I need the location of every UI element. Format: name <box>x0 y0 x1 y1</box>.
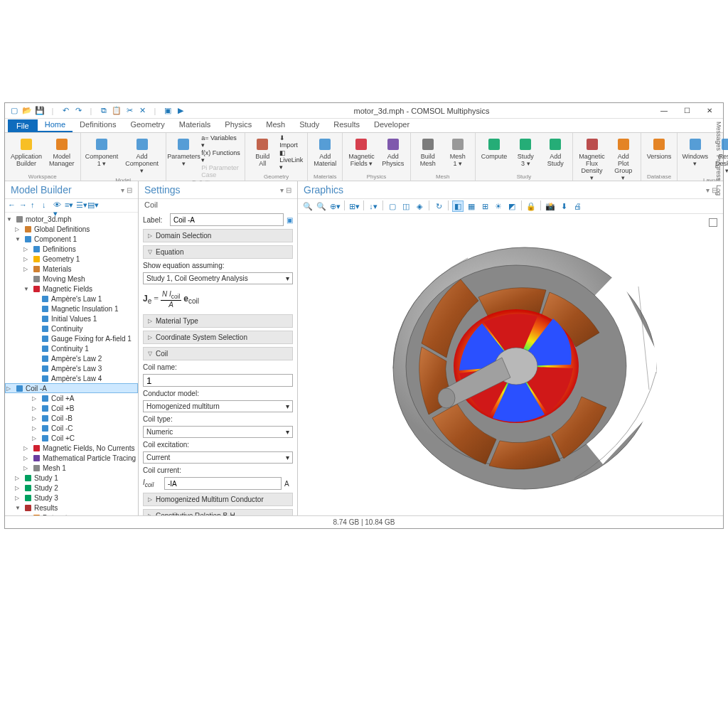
expand-icon[interactable]: ▼ <box>15 505 21 511</box>
refresh-icon[interactable]: ↻ <box>433 200 444 212</box>
ribbon-btn-add-study[interactable]: AddStudy <box>542 134 568 169</box>
tab-results[interactable]: Results <box>326 118 367 132</box>
expand-icon[interactable]: ▷ <box>23 266 30 272</box>
expand-icon[interactable]: ▷ <box>15 485 21 491</box>
label-help-icon[interactable]: ▣ <box>287 216 293 224</box>
tree-node-coil-c[interactable]: ▷Coil -C <box>5 423 138 433</box>
tree-node-amp-re-s-law-4[interactable]: Ampère's Law 4 <box>5 373 138 383</box>
hmc-section[interactable]: ▷Homogenized Multiturn Conductor <box>143 493 293 506</box>
clip-icon[interactable]: ◩ <box>506 200 518 212</box>
ribbon-btn-material[interactable]: AddMaterial <box>312 134 338 169</box>
tree-node-magnetic-insulation-1[interactable]: Magnetic Insulation 1 <box>5 304 138 314</box>
expand-icon[interactable]: ▷ <box>32 395 38 402</box>
equation-section[interactable]: ▽Equation <box>143 245 293 259</box>
ribbon-btn-windows[interactable]: Windows▾ <box>682 134 708 169</box>
lock-icon[interactable]: 🔒 <box>525 200 537 212</box>
close-button[interactable]: ✕ <box>699 104 720 118</box>
view-xy-icon[interactable]: ⊞▾ <box>348 200 360 212</box>
domain-section[interactable]: ▷Domain Selection <box>143 229 293 242</box>
tree-node-definitions[interactable]: ▷Definitions <box>5 244 138 254</box>
ribbon-btn-pi[interactable]: Parameters▾ <box>171 134 198 169</box>
tab-progress[interactable]: Progress <box>715 155 722 181</box>
tab-home[interactable]: Home <box>38 118 73 132</box>
tree-node-magnetic-fields-no-currents[interactable]: ▷Magnetic Fields, No Currents <box>5 443 138 453</box>
tree-node-initial-values-1[interactable]: Initial Values 1 <box>5 314 138 323</box>
ribbon-btn-add-phys[interactable]: AddPhysics <box>380 134 406 169</box>
tab-developer[interactable]: Developer <box>367 118 417 132</box>
bh-section[interactable]: ▷Constitutive Relation B-H <box>143 509 293 515</box>
transparency-icon[interactable]: ◧ <box>452 200 464 212</box>
expand-icon[interactable]: ▷ <box>15 495 21 501</box>
ribbon-btn-results[interactable]: Magnetic FluxDensity ▾ <box>577 134 606 183</box>
collapse-icon[interactable]: ≡▾ <box>65 200 75 210</box>
select-icon[interactable]: ▢ <box>387 200 398 212</box>
tree-node-coil-c[interactable]: ▷Coil +C <box>5 433 138 443</box>
ribbon-btn-plot-group[interactable]: Add PlotGroup ▾ <box>611 134 636 183</box>
tree-node-materials[interactable]: ▷Materials <box>5 264 138 274</box>
tree-node-study-1[interactable]: ▷Study 1 <box>5 473 138 483</box>
tree-node-study-3[interactable]: ▷Study 3 <box>5 493 138 503</box>
tree-node-coil-b[interactable]: ▷Coil +B <box>5 403 138 413</box>
tree-node-motor-3d-mph[interactable]: ▼motor_3d.mph <box>5 214 138 224</box>
tab-definitions[interactable]: Definitions <box>73 118 123 132</box>
zoom-extents-icon[interactable]: ⊕▾ <box>329 200 341 212</box>
tree-node-mathematical-particle-tracing[interactable]: ▷Mathematical Particle Tracing <box>5 453 138 463</box>
ribbon-btn-build-all[interactable]: BuildAll <box>250 134 275 169</box>
nav-fwd-icon[interactable]: → <box>19 200 29 210</box>
tab-log[interactable]: Log <box>715 185 722 196</box>
expand-icon[interactable]: ▼ <box>6 216 13 223</box>
ribbon-btn-add-comp[interactable]: AddComponent ▾ <box>123 134 161 176</box>
select2-icon[interactable]: ◫ <box>400 200 412 212</box>
build-icon[interactable]: ▣ <box>163 106 173 116</box>
tab-messages[interactable]: Messages <box>715 122 722 151</box>
tree-node-coil-b[interactable]: ▷Coil -B <box>5 413 138 423</box>
expand-icon[interactable]: ☰▾ <box>76 200 86 210</box>
zoom-out-icon[interactable]: 🔍 <box>316 200 327 212</box>
cut-icon[interactable]: ✂ <box>124 106 134 116</box>
ribbon-btn-versions[interactable]: Versions <box>646 134 673 162</box>
ribbon-btn-component[interactable]: Component1 ▾ <box>85 134 119 169</box>
expand-icon[interactable]: ▷ <box>23 256 30 262</box>
ribbon-btn-study[interactable]: Study3 ▾ <box>513 134 538 169</box>
copy-icon[interactable]: ⧉ <box>99 106 109 116</box>
tab-file[interactable]: File <box>8 119 38 132</box>
redo-icon[interactable]: ↷ <box>73 106 83 116</box>
expand-icon[interactable]: ▷ <box>23 246 30 252</box>
tree-node-coil-a[interactable]: ▷Coil +A <box>5 393 138 403</box>
study-dropdown[interactable]: Study 1, Coil Geometry Analysis▾ <box>143 272 293 284</box>
ribbon-small-item[interactable]: f(x) Functions ▾ <box>201 149 240 164</box>
ribbon-btn-model-mgr[interactable]: ModelManager <box>48 134 76 169</box>
panel-menu-icon[interactable]: ▾ ⊟ <box>121 186 132 194</box>
tree-node-global-definitions[interactable]: ▷Global Definitions <box>5 224 138 234</box>
coil-section[interactable]: ▽Coil <box>143 347 293 360</box>
grid-icon[interactable]: ⊞ <box>479 200 491 212</box>
tree-node-geometry-1[interactable]: ▷Geometry 1 <box>5 254 138 264</box>
expand-icon[interactable]: ▷ <box>23 445 30 451</box>
save-icon[interactable]: 💾 <box>35 106 45 116</box>
expand-icon[interactable]: ▷ <box>6 385 13 392</box>
coil-exc-dropdown[interactable]: Current▾ <box>143 451 293 464</box>
tree-node-gauge-fixing-for-a-field-1[interactable]: Gauge Fixing for A-field 1 <box>5 333 138 343</box>
expand-icon[interactable]: ▷ <box>23 465 30 471</box>
ribbon-btn-magnet[interactable]: MagneticFields ▾ <box>347 134 376 169</box>
rotate-icon[interactable]: ↓▾ <box>368 200 379 212</box>
tree-node-results[interactable]: ▼Results <box>5 503 138 513</box>
conductor-dropdown[interactable]: Homogenized multiturn▾ <box>143 400 293 412</box>
light-icon[interactable]: ☀ <box>493 200 504 212</box>
expand-icon[interactable]: ▷ <box>32 425 38 432</box>
tree-node-magnetic-fields[interactable]: ▼Magnetic Fields <box>5 284 138 294</box>
tree-node-coil-a[interactable]: ▷Coil -A <box>5 383 138 393</box>
paste-icon[interactable]: 📋 <box>112 106 122 116</box>
expand-icon[interactable]: ▼ <box>15 236 21 242</box>
ribbon-small-item[interactable]: a= Variables ▾ <box>201 134 240 149</box>
tab-materials[interactable]: Materials <box>172 118 218 132</box>
tree-node-continuity-1[interactable]: Continuity 1 <box>5 343 138 353</box>
maximize-button[interactable]: ☐ <box>676 104 697 118</box>
ribbon-btn-app-builder[interactable]: ApplicationBuilder <box>9 134 43 169</box>
open-icon[interactable]: 📂 <box>22 106 32 116</box>
axes-indicator-icon[interactable] <box>709 218 717 227</box>
tree-node-mesh-1[interactable]: ▷Mesh 1 <box>5 463 138 473</box>
tree-node-amp-re-s-law-3[interactable]: Ampère's Law 3 <box>5 363 138 373</box>
nav-down-icon[interactable]: ↓ <box>42 200 52 210</box>
ribbon-small-item[interactable]: Pi Parameter Case <box>201 164 240 178</box>
